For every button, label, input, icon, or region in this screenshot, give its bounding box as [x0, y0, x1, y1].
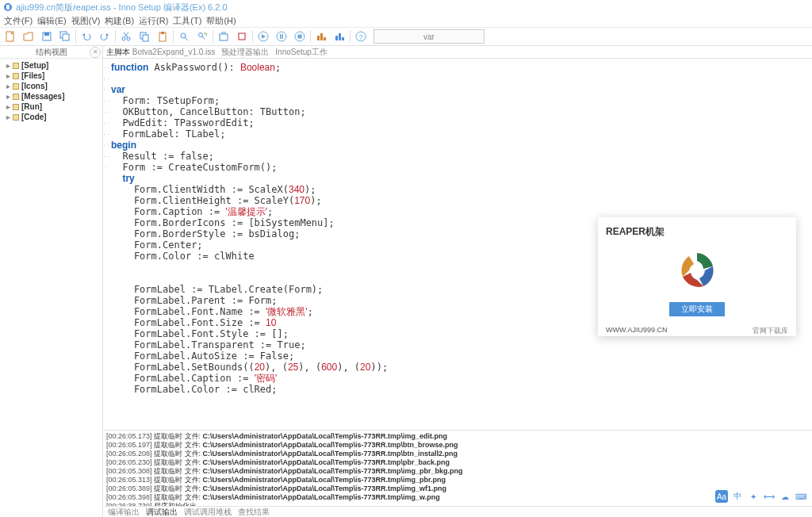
svg-rect-19: [280, 34, 282, 39]
output-tabs: 编译输出调试输出调试调用堆栈查找结果: [103, 506, 812, 517]
svg-point-14: [199, 33, 203, 37]
svg-rect-24: [320, 33, 323, 40]
output-panel[interactable]: [00:26:05.173] 提取临时 文件: C:\Users\Adminis…: [103, 430, 812, 506]
run-button[interactable]: [255, 29, 272, 44]
replace-button[interactable]: [193, 29, 211, 44]
app-icon: [3, 2, 13, 12]
svg-rect-23: [317, 36, 320, 40]
tab-innosetup[interactable]: InnoSetup工作: [275, 47, 327, 58]
copy-button[interactable]: [136, 29, 153, 44]
tree-item[interactable]: ▸[Setup]: [0, 60, 102, 71]
undo-button[interactable]: [78, 29, 95, 44]
target2-button[interactable]: [331, 29, 348, 44]
search-field[interactable]: [373, 29, 485, 44]
compile-button[interactable]: [215, 29, 232, 44]
svg-rect-12: [161, 32, 164, 34]
target-button[interactable]: [312, 29, 330, 44]
svg-point-7: [122, 37, 125, 40]
menu-item[interactable]: 工具(T): [170, 15, 204, 27]
sidebar-title: 结构视图: [36, 47, 67, 58]
svg-rect-15: [220, 34, 228, 40]
preview-title: REAPER机架: [606, 225, 788, 239]
redo-button[interactable]: [96, 29, 113, 44]
output-tab[interactable]: 查找结果: [238, 507, 270, 518]
tree-item[interactable]: ▸[Files]: [0, 71, 102, 81]
menu-item[interactable]: 帮助(H): [204, 15, 238, 27]
sidebar: 结构视图 ✕ ▸[Setup]▸[Files]▸[Icons]▸[Message…: [0, 46, 103, 517]
svg-text:?: ?: [358, 33, 362, 41]
stop-run-button[interactable]: [291, 29, 308, 44]
svg-rect-22: [298, 35, 302, 39]
tray-icons: Aa 中 ✦ ⟷ ☁ ⌨: [715, 490, 807, 503]
new-file-button[interactable]: [2, 29, 19, 44]
cut-button[interactable]: [117, 29, 135, 44]
svg-point-18: [277, 32, 286, 41]
find-button[interactable]: [175, 29, 193, 44]
sidebar-header: 结构视图 ✕: [0, 46, 102, 59]
svg-rect-28: [342, 37, 344, 40]
stop-button[interactable]: [233, 29, 251, 44]
menu-item[interactable]: 构建(B): [102, 15, 136, 27]
save-button[interactable]: [38, 29, 56, 44]
preview-logo: [673, 247, 721, 294]
tree-item[interactable]: ▸[Code]: [0, 112, 102, 122]
tray-icon-3[interactable]: ✦: [747, 490, 760, 503]
pause-button[interactable]: [273, 29, 290, 44]
menu-item[interactable]: 视图(V): [69, 15, 103, 27]
menu-item[interactable]: 文件(F): [2, 15, 35, 27]
output-tab[interactable]: 调试输出: [146, 507, 178, 518]
tray-icon-5[interactable]: ☁: [779, 490, 791, 503]
structure-tree: ▸[Setup]▸[Files]▸[Icons]▸[Messages]▸[Run…: [0, 59, 102, 124]
svg-rect-4: [44, 33, 49, 36]
svg-rect-27: [339, 33, 341, 40]
svg-rect-1: [6, 5, 10, 10]
editor-tabs: 主脚本 Botva2Expand_v1.0.iss 预处理器输出 InnoSet…: [103, 46, 812, 59]
menu-item[interactable]: 运行(R): [136, 15, 170, 27]
tray-icon-2[interactable]: 中: [731, 490, 744, 503]
tab-preprocessor[interactable]: 预处理器输出: [221, 47, 269, 58]
svg-rect-10: [143, 35, 148, 41]
svg-rect-26: [335, 36, 338, 40]
tab-main-script[interactable]: 主脚本 Botva2Expand_v1.0.iss: [106, 47, 215, 58]
title-bar: ajiu999.cn简版reaper.iss - Inno Setup 编译器(…: [0, 0, 812, 14]
tree-item[interactable]: ▸[Messages]: [0, 91, 102, 101]
sidebar-close-icon[interactable]: ✕: [90, 47, 101, 58]
menu-bar: 文件(F)编辑(E)视图(V)构建(B)运行(R)工具(T)帮助(H): [0, 14, 812, 27]
svg-rect-6: [63, 34, 69, 40]
output-tab[interactable]: 调试调用堆栈: [184, 507, 232, 518]
svg-rect-20: [282, 34, 284, 39]
tray-icon-4[interactable]: ⟷: [763, 490, 776, 503]
menu-item[interactable]: 编辑(E): [35, 15, 69, 27]
window-title: ajiu999.cn简版reaper.iss - Inno Setup 编译器(…: [16, 2, 228, 13]
save-all-button[interactable]: [56, 29, 74, 44]
preview-window: REAPER机架 立即安装 WWW.AJIU999.CN 官网下载库: [598, 217, 796, 336]
open-file-button[interactable]: [20, 29, 37, 44]
paste-button[interactable]: [154, 29, 171, 44]
code-editor[interactable]: · · · · · · · · · · · · · · · · · · · fu…: [103, 59, 812, 430]
tray-icon-1[interactable]: Aa: [715, 490, 728, 503]
svg-rect-25: [324, 37, 326, 40]
tree-item[interactable]: ▸[Icons]: [0, 81, 102, 91]
tray-icon-6[interactable]: ⌨: [795, 490, 807, 503]
preview-url: WWW.AJIU999.CN: [606, 326, 668, 336]
preview-install-button[interactable]: 立即安装: [669, 302, 725, 316]
svg-rect-16: [239, 33, 245, 40]
preview-link[interactable]: 官网下载库: [753, 326, 788, 336]
toolbar: ?: [0, 27, 812, 46]
tree-item[interactable]: ▸[Run]: [0, 101, 102, 112]
help-button[interactable]: ?: [352, 29, 370, 44]
svg-point-8: [127, 37, 130, 40]
output-tab[interactable]: 编译输出: [108, 507, 140, 518]
